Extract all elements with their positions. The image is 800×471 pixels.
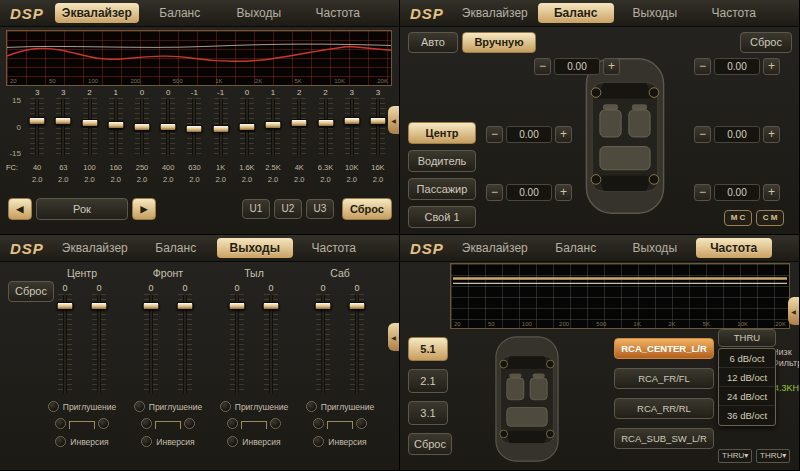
position-custom-button[interactable]: Свой 1 [408, 206, 476, 228]
slope-option-12db[interactable]: 12 dB/oct [719, 368, 775, 387]
tab-balance[interactable]: Баланс [538, 3, 614, 23]
slider-knob[interactable] [177, 302, 194, 310]
balance-auto-button[interactable]: Авто [408, 32, 458, 53]
mute-toggle[interactable]: Приглушение [298, 401, 382, 412]
slider-knob[interactable] [186, 125, 203, 133]
invert-toggle[interactable]: Инверсия [40, 436, 124, 447]
position-passenger-button[interactable]: Пассажир [408, 178, 476, 200]
minus-button[interactable]: − [694, 184, 711, 201]
eq-reset-button[interactable]: Сброс [342, 198, 392, 220]
plus-button[interactable]: + [603, 58, 620, 75]
plus-button[interactable]: + [555, 126, 572, 143]
tab-outputs[interactable]: Выходы [221, 3, 297, 23]
minus-button[interactable]: − [694, 126, 711, 143]
tab-balance[interactable]: Баланс [138, 238, 214, 258]
slider-knob[interactable] [143, 302, 160, 310]
slider-knob[interactable] [349, 302, 366, 310]
tab-outputs[interactable]: Выходы [217, 238, 293, 258]
tab-frequency[interactable]: Частота [696, 3, 772, 23]
channel-link[interactable] [298, 418, 382, 429]
slider-knob[interactable] [29, 117, 46, 125]
slide-handle[interactable]: ◀ [388, 323, 399, 351]
eq-band-slider[interactable] [214, 98, 228, 156]
minus-button[interactable]: − [486, 184, 503, 201]
slider-knob[interactable] [212, 125, 229, 133]
slide-handle[interactable]: ◀ [788, 297, 799, 325]
mute-toggle[interactable]: Приглушение [40, 401, 124, 412]
slope-option-6db[interactable]: 6 dB/oct [719, 349, 775, 368]
filter-select-right[interactable]: THRU▾ [756, 449, 790, 463]
minus-button[interactable]: − [486, 126, 503, 143]
slider-knob[interactable] [81, 119, 98, 127]
invert-toggle[interactable]: Инверсия [298, 436, 382, 447]
slider-knob[interactable] [238, 123, 255, 131]
eq-band-slider[interactable] [135, 98, 149, 156]
invert-toggle[interactable]: Инверсия [212, 436, 296, 447]
balance-reset-button[interactable]: Сброс [740, 32, 792, 53]
tab-equalizer[interactable]: Эквалайзер [55, 3, 139, 23]
output-level-slider[interactable] [92, 294, 106, 394]
rca-center-button[interactable]: RCA_CENTER_L/R [614, 338, 714, 359]
slide-handle[interactable]: ◀ [388, 106, 399, 134]
output-level-slider[interactable] [230, 294, 244, 394]
tab-equalizer[interactable]: Эквалайзер [455, 238, 535, 258]
plus-button[interactable]: + [763, 126, 780, 143]
eq-band-slider[interactable] [109, 98, 123, 156]
slider-knob[interactable] [317, 119, 334, 127]
slider-knob[interactable] [55, 117, 72, 125]
mc-button[interactable]: M C [724, 210, 752, 226]
rca-front-button[interactable]: RCA_FR/FL [614, 368, 714, 389]
slider-knob[interactable] [265, 121, 282, 129]
tab-balance[interactable]: Баланс [142, 3, 218, 23]
slider-knob[interactable] [369, 117, 386, 125]
eq-band-slider[interactable] [319, 98, 333, 156]
slider-knob[interactable] [57, 302, 74, 310]
slope-option-24db[interactable]: 24 dB/oct [719, 387, 775, 406]
output-level-slider[interactable] [58, 294, 72, 394]
output-level-slider[interactable] [178, 294, 192, 394]
eq-band-slider[interactable] [83, 98, 97, 156]
slope-dropdown-value[interactable]: THRU [718, 329, 776, 347]
rca-sub-button[interactable]: RCA_SUB_SW_L/R [614, 428, 714, 449]
minus-button[interactable]: − [694, 58, 711, 75]
channel-link[interactable] [212, 418, 296, 429]
preset-prev-button[interactable]: ◀ [8, 198, 32, 220]
channel-link[interactable] [40, 418, 124, 429]
tab-equalizer[interactable]: Эквалайзер [455, 3, 535, 23]
mode-51-button[interactable]: 5.1 [408, 337, 448, 361]
slope-option-36db[interactable]: 36 dB/oct [719, 406, 775, 425]
plus-button[interactable]: + [763, 58, 780, 75]
freq-reset-button[interactable]: Сброс [408, 433, 452, 455]
output-level-slider[interactable] [264, 294, 278, 394]
tab-frequency[interactable]: Частота [300, 3, 376, 23]
slider-knob[interactable] [107, 121, 124, 129]
memory-u2-button[interactable]: U2 [274, 199, 302, 219]
eq-band-slider[interactable] [161, 98, 175, 156]
invert-toggle[interactable]: Инверсия [126, 436, 210, 447]
cm-button[interactable]: C M [756, 210, 784, 226]
slider-knob[interactable] [315, 302, 332, 310]
output-level-slider[interactable] [144, 294, 158, 394]
filter-select-left[interactable]: THRU▾ [718, 449, 752, 463]
tab-outputs[interactable]: Выходы [617, 3, 693, 23]
output-level-slider[interactable] [350, 294, 364, 394]
slider-knob[interactable] [160, 123, 177, 131]
preset-button[interactable]: Рок [36, 198, 128, 220]
slider-knob[interactable] [229, 302, 246, 310]
eq-band-slider[interactable] [266, 98, 280, 156]
minus-button[interactable]: − [534, 58, 551, 75]
eq-band-slider[interactable] [345, 98, 359, 156]
preset-next-button[interactable]: ▶ [132, 198, 156, 220]
mute-toggle[interactable]: Приглушение [212, 401, 296, 412]
mode-21-button[interactable]: 2.1 [408, 369, 448, 393]
mute-toggle[interactable]: Приглушение [126, 401, 210, 412]
balance-manual-button[interactable]: Вручную [462, 32, 536, 53]
tab-outputs[interactable]: Выходы [617, 238, 693, 258]
eq-band-slider[interactable] [56, 98, 70, 156]
tab-balance[interactable]: Баланс [538, 238, 614, 258]
tab-frequency[interactable]: Частота [296, 238, 372, 258]
position-center-button[interactable]: Центр [408, 122, 476, 144]
eq-band-slider[interactable] [187, 98, 201, 156]
tab-frequency[interactable]: Частота [696, 238, 772, 258]
rca-rear-button[interactable]: RCA_RR/RL [614, 398, 714, 419]
